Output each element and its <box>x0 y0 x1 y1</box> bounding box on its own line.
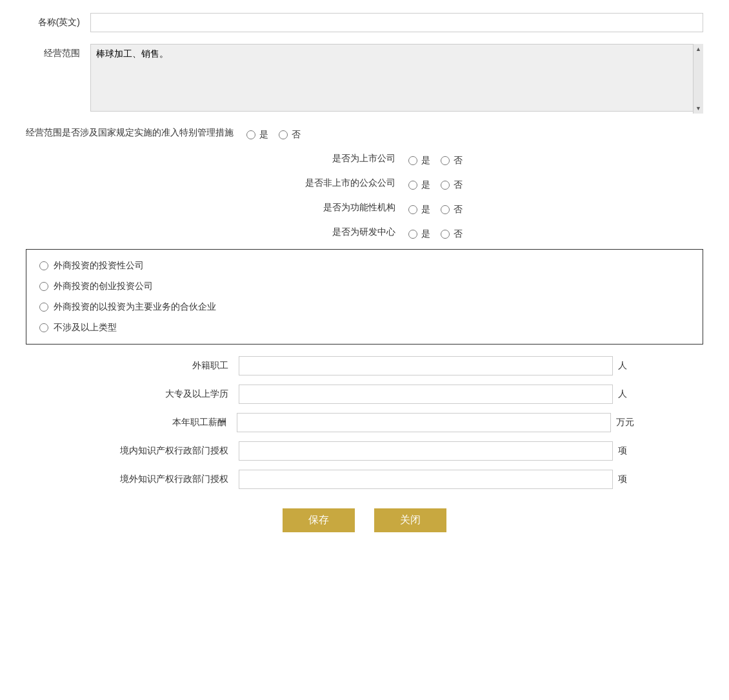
inner-rows-area: 是否为上市公司 是 否 是否非上市的公众公司 是 <box>26 151 703 249</box>
box-section: 外商投资的投资性公司 外商投资的创业投资公司 外商投资的以投资为主要业务的合伙企… <box>26 249 703 345</box>
rd-center-yes-option[interactable]: 是 <box>408 228 430 240</box>
name-english-row: 各称(英文) <box>26 13 703 32</box>
non-listed-public-radio-group: 是 否 <box>408 175 463 191</box>
functional-institution-yes-label: 是 <box>421 204 430 215</box>
box-option-2[interactable]: 外商投资的创业投资公司 <box>39 281 690 292</box>
functional-institution-row: 是否为功能性机构 是 否 <box>26 200 703 215</box>
non-listed-public-no-option[interactable]: 否 <box>441 179 463 191</box>
non-listed-public-label: 是否非上市的公众公司 <box>266 177 408 189</box>
special-management-radio-group: 是 否 <box>246 125 301 141</box>
foreign-ip-label: 境外知识产权行政部门授权 <box>97 474 239 485</box>
close-button[interactable]: 关闭 <box>374 508 446 532</box>
special-management-label: 经营范围是否涉及国家规定实施的准入特别管理措施 <box>26 127 246 139</box>
listed-company-label: 是否为上市公司 <box>266 153 408 165</box>
functional-institution-no-option[interactable]: 否 <box>441 204 463 215</box>
college-edu-row: 大专及以上学历 人 <box>26 385 703 404</box>
business-scope-row: 经营范围 棒球加工、销售。 ▲ ▼ <box>26 44 703 114</box>
listed-company-no-option[interactable]: 否 <box>441 155 463 166</box>
listed-company-yes-label: 是 <box>421 155 430 166</box>
rd-center-label: 是否为研发中心 <box>266 226 408 238</box>
business-scope-label: 经营范围 <box>26 44 90 59</box>
college-edu-input[interactable] <box>239 385 613 404</box>
special-management-yes-radio[interactable] <box>246 130 255 139</box>
rd-center-no-label: 否 <box>454 228 463 240</box>
annual-salary-input[interactable] <box>237 413 611 432</box>
foreign-staff-input[interactable] <box>239 356 613 375</box>
business-scope-scrollbar: ▲ ▼ <box>693 44 703 114</box>
name-english-label: 各称(英文) <box>26 17 90 28</box>
rd-center-yes-radio[interactable] <box>408 230 417 239</box>
foreign-staff-row: 外籍职工 人 <box>26 356 703 375</box>
special-management-no-label: 否 <box>292 129 301 141</box>
box-option-3-label: 外商投资的以投资为主要业务的合伙企业 <box>54 301 216 313</box>
annual-salary-label: 本年职工薪酬 <box>95 417 237 428</box>
rd-center-yes-label: 是 <box>421 228 430 240</box>
functional-institution-no-label: 否 <box>454 204 463 215</box>
college-edu-label: 大专及以上学历 <box>97 388 239 400</box>
annual-salary-unit: 万元 <box>611 417 634 428</box>
foreign-staff-unit: 人 <box>613 360 632 372</box>
functional-institution-yes-radio[interactable] <box>408 205 417 214</box>
button-area: 保存 关闭 <box>26 508 703 545</box>
rd-center-row: 是否为研发中心 是 否 <box>26 225 703 240</box>
box-option-2-radio[interactable] <box>39 282 48 291</box>
foreign-ip-input[interactable] <box>239 470 613 489</box>
non-listed-public-yes-label: 是 <box>421 179 430 191</box>
listed-company-no-label: 否 <box>454 155 463 166</box>
functional-institution-radio-group: 是 否 <box>408 200 463 215</box>
box-option-1-radio[interactable] <box>39 261 48 270</box>
box-option-2-label: 外商投资的创业投资公司 <box>54 281 153 292</box>
special-management-yes-option[interactable]: 是 <box>246 129 268 141</box>
box-option-1[interactable]: 外商投资的投资性公司 <box>39 260 690 272</box>
listed-company-yes-radio[interactable] <box>408 156 417 165</box>
non-listed-public-no-label: 否 <box>454 179 463 191</box>
scrollbar-down-arrow[interactable]: ▼ <box>694 103 703 114</box>
foreign-ip-row: 境外知识产权行政部门授权 项 <box>26 470 703 489</box>
non-listed-public-yes-radio[interactable] <box>408 181 417 190</box>
special-management-row: 经营范围是否涉及国家规定实施的准入特别管理措施 是 否 <box>26 125 703 141</box>
box-option-3[interactable]: 外商投资的以投资为主要业务的合伙企业 <box>39 301 690 313</box>
form-container: 各称(英文) 经营范围 棒球加工、销售。 ▲ ▼ 经营范围是否涉及国家规定实施的… <box>26 13 703 545</box>
functional-institution-no-radio[interactable] <box>441 205 450 214</box>
business-scope-textarea-wrapper: 棒球加工、销售。 ▲ ▼ <box>90 44 703 114</box>
listed-company-yes-option[interactable]: 是 <box>408 155 430 166</box>
box-option-3-radio[interactable] <box>39 303 48 312</box>
non-listed-public-yes-option[interactable]: 是 <box>408 179 430 191</box>
non-listed-public-row: 是否非上市的公众公司 是 否 <box>26 175 703 191</box>
special-management-yes-label: 是 <box>259 129 268 141</box>
business-scope-textarea[interactable]: 棒球加工、销售。 <box>90 44 703 112</box>
name-english-input[interactable] <box>90 13 703 32</box>
special-management-no-radio[interactable] <box>279 130 288 139</box>
functional-institution-label: 是否为功能性机构 <box>266 202 408 214</box>
listed-company-radio-group: 是 否 <box>408 151 463 166</box>
box-option-4-label: 不涉及以上类型 <box>54 322 117 334</box>
rd-center-no-option[interactable]: 否 <box>441 228 463 240</box>
special-management-no-option[interactable]: 否 <box>279 129 301 141</box>
functional-institution-yes-option[interactable]: 是 <box>408 204 430 215</box>
non-listed-public-no-radio[interactable] <box>441 181 450 190</box>
domestic-ip-unit: 项 <box>613 445 632 457</box>
domestic-ip-label: 境内知识产权行政部门授权 <box>97 445 239 457</box>
save-button[interactable]: 保存 <box>283 508 355 532</box>
domestic-ip-input[interactable] <box>239 441 613 461</box>
rd-center-no-radio[interactable] <box>441 230 450 239</box>
listed-company-row: 是否为上市公司 是 否 <box>26 151 703 166</box>
box-option-1-label: 外商投资的投资性公司 <box>54 260 144 272</box>
domestic-ip-row: 境内知识产权行政部门授权 项 <box>26 441 703 461</box>
rd-center-radio-group: 是 否 <box>408 225 463 240</box>
box-option-4-radio[interactable] <box>39 323 48 332</box>
foreign-ip-unit: 项 <box>613 474 632 485</box>
college-edu-unit: 人 <box>613 388 632 400</box>
scrollbar-up-arrow[interactable]: ▲ <box>694 44 703 54</box>
foreign-staff-label: 外籍职工 <box>97 360 239 372</box>
box-option-4[interactable]: 不涉及以上类型 <box>39 322 690 334</box>
annual-salary-row: 本年职工薪酬 万元 <box>26 413 703 432</box>
listed-company-no-radio[interactable] <box>441 156 450 165</box>
